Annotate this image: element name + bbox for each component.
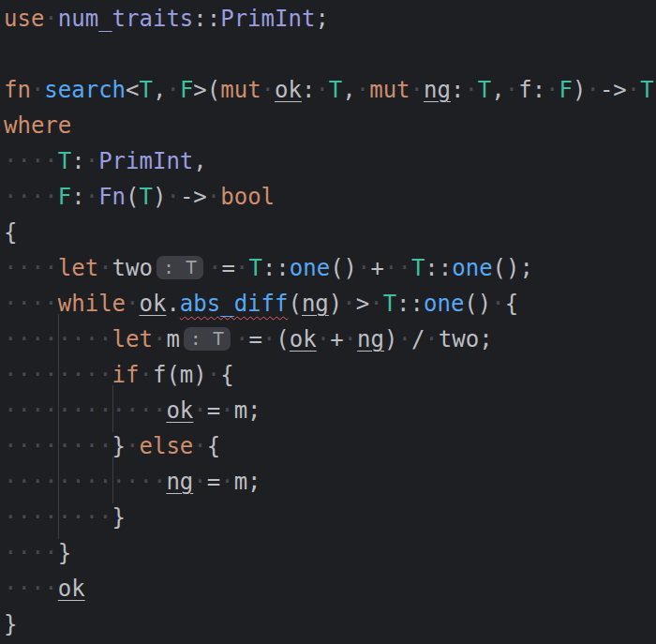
token-type-param: T	[329, 77, 342, 103]
code-line: ····while·ok.abs_diff(ng)·>·T::one()·{	[4, 286, 656, 322]
token-text: ()	[330, 255, 357, 281]
code-line	[4, 37, 656, 72]
whitespace-dots: ·	[85, 184, 98, 210]
token-type-param: F	[559, 77, 573, 103]
code-line: ····F:·Fn(T)·->·bool	[4, 179, 656, 215]
token-keyword: mut	[220, 77, 261, 103]
token-mut-variable: ok	[275, 77, 302, 103]
token-text: {	[505, 291, 518, 317]
whitespace-dots: ·	[369, 291, 382, 317]
inlay-hint-type[interactable]: : T	[184, 327, 231, 351]
token-text: >(	[193, 77, 220, 103]
token-text: )	[193, 362, 206, 388]
whitespace-dots: ·	[356, 77, 369, 103]
whitespace-dots: ········	[4, 326, 112, 352]
whitespace-dots: ·	[193, 397, 206, 424]
token-type-param: T	[248, 255, 261, 281]
token-trait: num_traits	[58, 6, 194, 32]
token-text: ,	[342, 77, 355, 103]
code-line: ········if·f(m)·{	[4, 357, 656, 393]
token-mut-variable: ng	[166, 469, 193, 495]
token-text: <	[126, 77, 139, 103]
token-mut-variable: ng	[357, 326, 384, 352]
token-text: ;	[315, 6, 328, 32]
code-line: {	[4, 215, 656, 250]
token-text: )	[329, 291, 342, 317]
token-text: m	[166, 326, 179, 352]
whitespace-dots: ·	[425, 326, 438, 352]
token-text: }	[112, 504, 126, 531]
whitespace-dots: ·	[344, 326, 357, 352]
token-text: ,	[153, 77, 166, 103]
code-line: ········let·m: T·=·(ok·+·ng)·/·two;	[4, 322, 656, 357]
token-text: ()	[464, 291, 491, 317]
whitespace-dots: ·	[410, 77, 424, 103]
whitespace-dots: ·	[262, 326, 276, 352]
token-text: =	[207, 397, 220, 424]
whitespace-dots: ····	[4, 148, 58, 174]
whitespace-dots: ····	[4, 184, 58, 210]
whitespace-dots: ·	[126, 291, 139, 317]
token-text: =	[207, 469, 220, 495]
code-line: ····ok	[4, 571, 656, 607]
token-text: +	[371, 255, 384, 281]
token-type-param: T	[140, 184, 153, 210]
token-keyword: if	[112, 362, 140, 388]
token-type-param: F	[58, 184, 71, 210]
whitespace-dots: ·	[342, 291, 355, 317]
token-keyword: let	[112, 326, 153, 352]
token-trait: PrimInt	[220, 6, 315, 32]
whitespace-dots: ·	[207, 184, 220, 210]
token-text: (	[288, 291, 301, 317]
whitespace-dots: ·	[44, 6, 57, 32]
code-line: ········}·else·{	[4, 428, 656, 464]
token-mut-variable: ok	[166, 397, 193, 424]
token-text: ::	[396, 291, 424, 317]
whitespace-dots: ·	[208, 255, 221, 281]
whitespace-dots: ····	[4, 540, 58, 566]
token-text: m	[180, 362, 193, 388]
token-keyword: fn	[4, 77, 31, 103]
whitespace-dots: ··	[384, 255, 411, 281]
whitespace-dots: ·	[505, 77, 518, 103]
whitespace-dots: ·	[193, 469, 206, 495]
code-line: ············ok·=·m;	[4, 393, 656, 428]
token-function: search	[44, 77, 126, 103]
inlay-hint-type[interactable]: : T	[157, 256, 203, 279]
whitespace-dots: ·	[220, 397, 233, 424]
whitespace-dots: ········	[4, 362, 112, 388]
token-text: /	[411, 326, 425, 352]
token-text: ::	[193, 6, 220, 32]
token-trait: PrimInt	[98, 148, 193, 174]
token-text: :	[71, 184, 84, 210]
code-line: where	[4, 108, 656, 143]
token-type-param: T	[411, 255, 425, 281]
token-text: )	[153, 184, 166, 210]
whitespace-dots: ·	[207, 362, 220, 388]
token-text: ;	[479, 326, 492, 352]
whitespace-dots: ·	[193, 433, 206, 459]
whitespace-dots: ········	[4, 433, 112, 459]
code-line: ············ng·=·m;	[4, 464, 656, 500]
code-editor[interactable]: use·num_traits::PrimInt;fn·search<T,·F>(…	[0, 0, 656, 644]
token-text: two	[439, 326, 479, 352]
token-mut-variable: ng	[302, 291, 329, 317]
token-text: ,	[193, 148, 206, 174]
token-text: =	[222, 255, 235, 281]
whitespace-dots: ·	[357, 255, 370, 281]
token-keyword: let	[58, 255, 98, 281]
token-text: ,	[491, 77, 504, 103]
token-text: f	[153, 362, 166, 388]
whitespace-dots: ·	[627, 77, 640, 103]
whitespace-dots: ·	[31, 77, 44, 103]
whitespace-dots: ·	[220, 469, 233, 495]
token-type-param: T	[140, 77, 153, 103]
token-text: :	[302, 77, 315, 103]
token-text: {	[4, 219, 17, 246]
code-line: use·num_traits::PrimInt;	[4, 1, 656, 37]
token-text: )	[573, 77, 586, 103]
token-type-param: T	[58, 148, 71, 174]
whitespace-dots: ·	[235, 326, 248, 352]
token-text: (	[166, 362, 179, 388]
whitespace-dots: ····	[4, 291, 58, 317]
